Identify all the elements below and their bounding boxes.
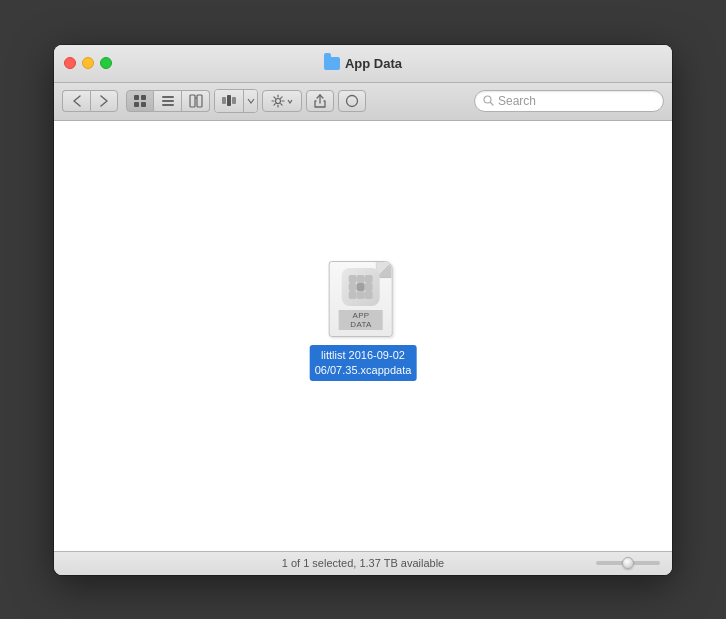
status-bar: 1 of 1 selected, 1.37 TB available bbox=[54, 551, 672, 575]
search-box[interactable]: Search bbox=[474, 90, 664, 112]
svg-point-13 bbox=[276, 99, 281, 104]
svg-rect-2 bbox=[134, 102, 139, 107]
toolbar: Search bbox=[54, 83, 672, 121]
svg-point-16 bbox=[484, 96, 491, 103]
tag-icon bbox=[345, 94, 359, 108]
minimize-button[interactable] bbox=[82, 57, 94, 69]
dropdown-arrow-icon bbox=[247, 98, 255, 104]
svg-rect-8 bbox=[197, 95, 202, 107]
svg-rect-25 bbox=[357, 291, 365, 299]
forward-button[interactable] bbox=[90, 90, 118, 112]
back-arrow-icon bbox=[73, 95, 81, 107]
svg-rect-0 bbox=[134, 95, 139, 100]
share-icon bbox=[313, 94, 327, 108]
svg-rect-1 bbox=[141, 95, 146, 100]
search-placeholder: Search bbox=[498, 94, 655, 108]
list-view-icon bbox=[161, 94, 175, 108]
tag-button[interactable] bbox=[338, 90, 366, 112]
close-button[interactable] bbox=[64, 57, 76, 69]
xcappdata-icon bbox=[346, 272, 376, 302]
svg-rect-7 bbox=[190, 95, 195, 107]
window-title-area: App Data bbox=[324, 56, 402, 71]
svg-rect-5 bbox=[162, 100, 174, 102]
back-button[interactable] bbox=[62, 90, 90, 112]
view-dropdown-arrow[interactable] bbox=[243, 90, 257, 112]
file-type-label: APP DATA bbox=[339, 310, 383, 330]
traffic-lights bbox=[64, 57, 112, 69]
window-title: App Data bbox=[345, 56, 402, 71]
svg-rect-4 bbox=[162, 96, 174, 98]
finder-window: App Data bbox=[54, 45, 672, 575]
file-paper: APP DATA bbox=[329, 261, 393, 337]
slider-track[interactable] bbox=[596, 561, 660, 565]
coverflow-icon bbox=[215, 90, 243, 112]
svg-rect-21 bbox=[349, 283, 357, 291]
content-area[interactable]: APP DATA littlist 2016-09-02 06/07.35.xc… bbox=[54, 121, 672, 551]
view-icon-button[interactable] bbox=[126, 90, 154, 112]
coverflow-view-icon bbox=[221, 94, 237, 108]
action-button[interactable] bbox=[262, 90, 302, 112]
gear-dropdown-arrow-icon bbox=[287, 99, 293, 104]
title-bar: App Data bbox=[54, 45, 672, 83]
svg-rect-10 bbox=[222, 97, 226, 104]
columns-view-icon bbox=[189, 94, 203, 108]
svg-rect-18 bbox=[349, 275, 357, 283]
svg-rect-24 bbox=[349, 291, 357, 299]
view-list-button[interactable] bbox=[154, 90, 182, 112]
forward-arrow-icon bbox=[100, 95, 108, 107]
file-name-label: littlist 2016-09-02 06/07.35.xcappdata bbox=[310, 345, 417, 382]
file-icon: APP DATA bbox=[329, 261, 397, 341]
view-buttons bbox=[126, 90, 210, 112]
grid-view-icon bbox=[133, 94, 147, 108]
gear-icon bbox=[271, 94, 285, 108]
svg-rect-12 bbox=[232, 97, 236, 104]
svg-rect-3 bbox=[141, 102, 146, 107]
svg-rect-26 bbox=[365, 291, 373, 299]
svg-rect-23 bbox=[365, 283, 373, 291]
maximize-button[interactable] bbox=[100, 57, 112, 69]
status-text: 1 of 1 selected, 1.37 TB available bbox=[282, 557, 444, 569]
folder-icon bbox=[324, 57, 340, 70]
slider-thumb[interactable] bbox=[622, 557, 634, 569]
svg-rect-20 bbox=[365, 275, 373, 283]
view-columns-button[interactable] bbox=[182, 90, 210, 112]
zoom-slider[interactable] bbox=[596, 561, 660, 565]
svg-rect-6 bbox=[162, 104, 174, 106]
share-button[interactable] bbox=[306, 90, 334, 112]
view-more-button[interactable] bbox=[214, 89, 258, 113]
file-item[interactable]: APP DATA littlist 2016-09-02 06/07.35.xc… bbox=[310, 261, 417, 382]
svg-rect-22 bbox=[357, 283, 365, 291]
nav-buttons bbox=[62, 90, 118, 112]
svg-rect-19 bbox=[357, 275, 365, 283]
svg-rect-11 bbox=[227, 95, 231, 106]
svg-point-15 bbox=[347, 96, 358, 107]
svg-line-17 bbox=[491, 102, 494, 105]
app-icon bbox=[342, 268, 380, 306]
search-icon bbox=[483, 95, 494, 108]
